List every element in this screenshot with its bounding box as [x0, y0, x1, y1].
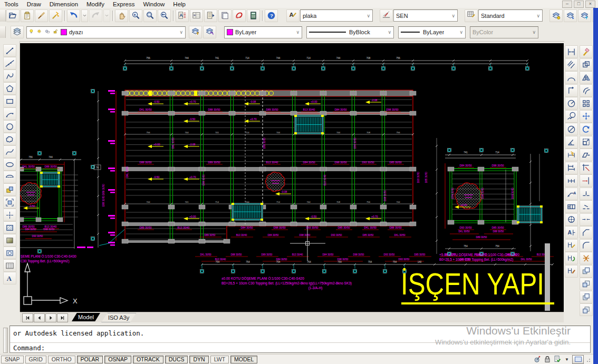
layer-combo[interactable]: dyazı ∨ — [26, 26, 186, 38]
dim-style-icon[interactable] — [380, 9, 393, 22]
layer-walk-button[interactable] — [564, 9, 577, 22]
linetype-control-combo[interactable]: ByBlock ∨ — [306, 26, 394, 38]
status-toggle-model[interactable]: MODEL — [230, 356, 257, 363]
help-button[interactable]: ? — [265, 9, 278, 22]
insert-block-button[interactable] — [3, 183, 16, 196]
spline-button[interactable] — [3, 145, 16, 158]
tool-palettes-button[interactable] — [204, 9, 217, 22]
dimension-aligned-button[interactable] — [565, 58, 578, 71]
menu-item-modify[interactable]: Modify — [82, 1, 109, 7]
modify-join-button[interactable] — [580, 213, 593, 226]
dim-style-combo[interactable]: SEN ∨ — [393, 9, 458, 22]
modify-trim-button[interactable] — [580, 162, 593, 174]
status-toggle-osnap[interactable]: OSNAP — [104, 356, 131, 363]
modify-offset-button[interactable] — [580, 84, 593, 97]
modify-move-button[interactable] — [580, 110, 593, 123]
drawing-standards-icon[interactable] — [553, 355, 562, 363]
dimension-diameter-button[interactable] — [565, 123, 578, 135]
layer-thaw-icon[interactable] — [37, 29, 44, 36]
menu-item-dimension[interactable]: Dimension — [45, 1, 82, 7]
dimension-dimension-edit-button[interactable] — [565, 239, 578, 252]
dimension-quick-leader-button[interactable]: A — [565, 188, 578, 200]
undo-button[interactable] — [67, 9, 80, 22]
dimension-radius-button[interactable] — [565, 97, 578, 110]
zoom-realtime-button[interactable]: ± — [129, 9, 142, 22]
make-object-layer-current-button[interactable] — [189, 26, 202, 38]
toolbar-grip[interactable] — [0, 10, 6, 22]
close-button[interactable]: × — [585, 1, 595, 8]
status-toggle-ortho[interactable]: ORTHO — [48, 356, 75, 363]
table-style-combo[interactable]: Standard ∨ — [478, 9, 543, 22]
block-editor-button[interactable] — [49, 9, 62, 22]
tab-iso-a3y[interactable]: ISO A3y — [101, 313, 136, 322]
minimize-button[interactable]: – — [562, 1, 572, 8]
layer-on-icon[interactable] — [29, 29, 36, 36]
table-style-icon[interactable] — [465, 9, 478, 22]
bring-to-front-button[interactable] — [580, 265, 593, 278]
dimension-dimension-update-button[interactable] — [565, 252, 578, 264]
toolbar-grip[interactable] — [0, 26, 6, 38]
rectangle-button[interactable] — [3, 95, 16, 107]
command-prompt[interactable]: Command: — [13, 344, 45, 352]
construction-line-button[interactable] — [3, 57, 16, 70]
circle-button[interactable] — [3, 120, 16, 133]
send-under-objects-button[interactable] — [580, 303, 593, 316]
ellipse-button[interactable] — [3, 158, 16, 171]
undo-dropdown-button[interactable] — [81, 9, 88, 22]
tab-nav-last-button[interactable] — [57, 313, 68, 322]
cad-drawing[interactable]: 756744741714744714744708756756744-0.50DK… — [20, 43, 564, 312]
drawing-canvas[interactable]: 756744741714744714744708756756744-0.50DK… — [20, 43, 564, 312]
modify-explode-button[interactable] — [580, 252, 593, 264]
make-block-button[interactable] — [3, 196, 16, 209]
communication-center-icon[interactable] — [533, 355, 542, 363]
status-toggle-polar[interactable]: POLAR — [77, 356, 103, 363]
dimension-ordinate-button[interactable] — [565, 84, 578, 97]
modify-array-button[interactable] — [580, 97, 593, 110]
dimension-linear-button[interactable] — [565, 45, 578, 58]
pan-button[interactable] — [115, 9, 128, 22]
toolbar-lock-icon[interactable] — [543, 355, 552, 363]
color-control-combo[interactable]: ByLayer ∨ — [224, 26, 302, 38]
revision-cloud-button[interactable] — [3, 133, 16, 145]
layer-color-swatch[interactable] — [61, 29, 67, 35]
dimension-jogged-button[interactable] — [565, 110, 578, 123]
layer-unlock-icon[interactable] — [53, 29, 60, 36]
modify-fillet-button[interactable] — [580, 239, 593, 252]
point-button[interactable] — [3, 209, 16, 221]
ellipse-arc-button[interactable] — [3, 171, 16, 183]
hatch-button[interactable] — [3, 221, 16, 234]
modify-scale-button[interactable] — [580, 136, 593, 149]
dimension-center-mark-button[interactable] — [565, 213, 578, 226]
lineweight-control-combo[interactable]: ByLayer ∨ — [398, 26, 466, 38]
modify-rotate-button[interactable] — [580, 123, 593, 135]
restore-button[interactable]: □ — [574, 1, 584, 8]
tab-nav-previous-button[interactable] — [34, 313, 45, 322]
dimension-dimension-style-button[interactable] — [565, 265, 578, 278]
status-toggle-snap[interactable]: SNAP — [1, 356, 24, 363]
dimension-baseline-button[interactable] — [565, 162, 578, 174]
polyline-button[interactable] — [3, 70, 16, 82]
modify-erase-button[interactable] — [580, 45, 593, 58]
text-style-combo[interactable]: plaka ∨ — [300, 9, 373, 22]
layer-manager-button[interactable] — [549, 9, 563, 22]
dimension-continue-button[interactable] — [565, 174, 578, 187]
sheetset-manager-button[interactable] — [218, 9, 232, 22]
status-toggle-dyn[interactable]: DYN — [189, 356, 208, 363]
tab-nav-next-button[interactable] — [45, 313, 56, 322]
clean-screen-button[interactable] — [572, 355, 584, 364]
send-to-back-button[interactable] — [580, 278, 593, 290]
zoom-window-button[interactable] — [143, 9, 157, 22]
menu-item-window[interactable]: Window — [139, 1, 169, 7]
resize-grip[interactable] — [586, 356, 592, 362]
tab-nav-first-button[interactable] — [22, 313, 33, 322]
layer-freeze-isolate-button[interactable] — [578, 9, 591, 22]
designcenter-button[interactable] — [190, 9, 203, 22]
tray-menu-arrow[interactable]: ▼ — [563, 357, 571, 362]
markup-set-manager-button[interactable] — [233, 9, 246, 22]
open-button[interactable] — [6, 9, 20, 22]
menu-item-express[interactable]: Express — [109, 1, 139, 7]
menu-item-help[interactable]: Help — [169, 1, 190, 7]
layer-vp-freeze-icon[interactable] — [45, 29, 52, 36]
quickcalc-button[interactable] — [247, 9, 260, 22]
multiline-text-button[interactable]: A — [3, 272, 16, 284]
